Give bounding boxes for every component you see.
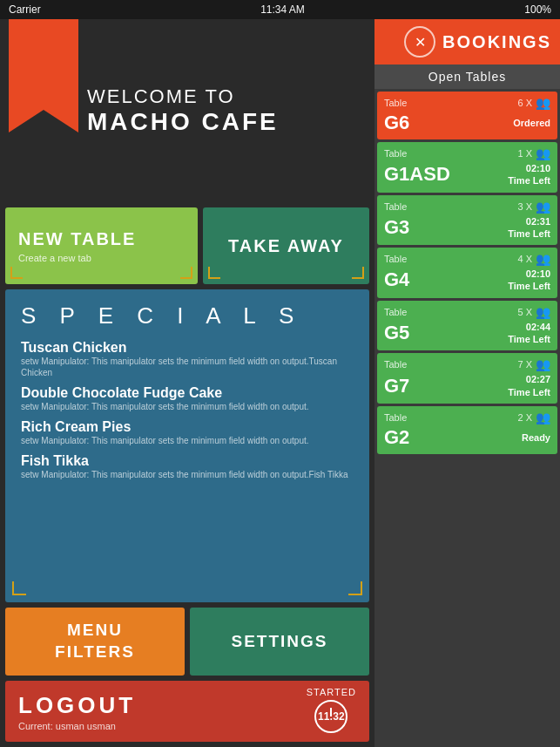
table-info-right: 4 X 👥	[517, 252, 550, 266]
started-label: STARTED	[307, 687, 356, 697]
table-card[interactable]: Table 7 X 👥 G7 02:27Time Left	[377, 353, 557, 404]
special-item-desc: setw Manipulator: This manipulator sets …	[21, 469, 354, 480]
bookmark-shape	[9, 19, 78, 132]
table-card[interactable]: Table 1 X 👥 G1ASD 02:10Time Left	[377, 142, 557, 193]
specials-title: S P E C I A L S	[21, 302, 354, 329]
people-icon: 👥	[536, 305, 550, 319]
special-item-name: Tuscan Chicken	[21, 340, 354, 356]
menu-filters-label: MENUFILTERS	[55, 620, 135, 662]
carrier-label: Carrier	[9, 3, 41, 16]
table-status: Ready	[522, 431, 550, 444]
table-card-bottom: G7 02:27Time Left	[384, 373, 550, 398]
header-area: WELCOME TO MACHO CAFE	[0, 19, 374, 202]
table-label: Table	[384, 307, 407, 317]
table-card-bottom: G1ASD 02:10Time Left	[384, 162, 550, 187]
table-name: G1ASD	[384, 163, 450, 186]
new-table-button[interactable]: NEW TABLE Create a new tab	[5, 207, 198, 284]
table-count: 2 X	[517, 412, 532, 423]
special-item: Rich Cream Pies setw Manipulator: This m…	[21, 419, 354, 446]
logout-right: STARTED 11:32	[307, 687, 356, 736]
table-name: G6	[384, 112, 409, 134]
table-card-top: Table 4 X 👥	[384, 252, 550, 266]
action-buttons: NEW TABLE Create a new tab TAKE AWAY	[0, 202, 374, 289]
people-icon: 👥	[536, 252, 550, 266]
time-label: 11:34 AM	[260, 3, 305, 16]
table-card[interactable]: Table 3 X 👥 G3 02:31Time Left	[377, 195, 557, 246]
table-label: Table	[384, 254, 407, 264]
left-panel: WELCOME TO MACHO CAFE NEW TABLE Create a…	[0, 19, 374, 747]
fork-knife-icon: ✕	[404, 26, 435, 58]
clock-time: 11:32	[318, 710, 345, 723]
table-card-top: Table 3 X 👥	[384, 200, 550, 214]
clock-icon: 11:32	[314, 700, 347, 733]
specials-list: Tuscan Chicken setw Manipulator: This ma…	[21, 340, 354, 480]
battery-label: 100%	[524, 3, 551, 16]
special-item: Tuscan Chicken setw Manipulator: This ma…	[21, 340, 354, 378]
table-info-right: 6 X 👥	[517, 96, 550, 110]
settings-button[interactable]: SETTINGS	[190, 608, 369, 676]
status-bar: Carrier 11:34 AM 100%	[0, 0, 560, 19]
table-label: Table	[384, 98, 407, 108]
open-tables-label: Open Tables	[374, 65, 560, 89]
people-icon: 👥	[536, 200, 550, 214]
table-name: G7	[384, 375, 409, 397]
table-card-bottom: G4 02:10Time Left	[384, 268, 550, 293]
table-card-top: Table 2 X 👥	[384, 411, 550, 424]
table-status: 02:27Time Left	[508, 373, 550, 398]
bookings-header: ✕ BOOKINGS	[374, 19, 560, 65]
table-status: 02:10Time Left	[508, 162, 550, 187]
table-card-bottom: G5 02:44Time Left	[384, 321, 550, 346]
table-info-right: 2 X 👥	[517, 411, 550, 424]
table-info-right: 1 X 👥	[517, 146, 550, 160]
menu-filters-button[interactable]: MENUFILTERS	[5, 608, 185, 676]
special-item: Fish Tikka setw Manipulator: This manipu…	[21, 453, 354, 480]
logout-bar[interactable]: LOGOUT Current: usman usman STARTED 11:3…	[5, 681, 369, 742]
table-status: 02:31Time Left	[508, 215, 550, 241]
table-name: G5	[384, 322, 409, 344]
logout-left: LOGOUT Current: usman usman	[18, 692, 307, 731]
table-card-top: Table 6 X 👥	[384, 96, 550, 110]
table-info-right: 5 X 👥	[517, 305, 550, 319]
table-label: Table	[384, 201, 407, 212]
take-away-label: TAKE AWAY	[228, 236, 344, 256]
logout-text: LOGOUT	[18, 692, 307, 719]
new-table-sub-label: Create a new tab	[18, 253, 91, 263]
special-item-name: Fish Tikka	[21, 453, 354, 469]
table-card[interactable]: Table 2 X 👥 G2 Ready	[377, 406, 557, 454]
cafe-name: MACHO CAFE	[87, 108, 366, 136]
table-status: 02:10Time Left	[508, 268, 550, 293]
new-table-label: NEW TABLE	[18, 228, 136, 249]
bottom-buttons: MENUFILTERS SETTINGS	[0, 602, 374, 681]
people-icon: 👥	[536, 411, 550, 424]
table-name: G3	[384, 216, 409, 239]
special-item-name: Double Chocolate Fudge Cake	[21, 385, 354, 401]
settings-label: SETTINGS	[231, 632, 327, 651]
table-count: 6 X	[517, 98, 532, 108]
logout-user: Current: usman usman	[18, 721, 307, 731]
table-name: G4	[384, 268, 409, 291]
table-card-bottom: G3 02:31Time Left	[384, 215, 550, 241]
table-label: Table	[384, 412, 407, 423]
special-item: Double Chocolate Fudge Cake setw Manipul…	[21, 385, 354, 412]
people-icon: 👥	[536, 357, 550, 371]
table-count: 1 X	[517, 148, 532, 159]
right-panel: ✕ BOOKINGS Open Tables Table 6 X 👥 G6 Or…	[374, 19, 560, 747]
table-card-bottom: G2 Ready	[384, 426, 550, 449]
welcome-line: WELCOME TO	[87, 85, 366, 108]
people-icon: 👥	[536, 146, 550, 160]
welcome-text: WELCOME TO MACHO CAFE	[87, 19, 374, 202]
table-card-bottom: G6 Ordered	[384, 112, 550, 134]
table-card[interactable]: Table 4 X 👥 G4 02:10Time Left	[377, 248, 557, 298]
table-info-right: 3 X 👥	[517, 200, 550, 214]
special-item-desc: setw Manipulator: This manipulator sets …	[21, 401, 354, 412]
special-item-name: Rich Cream Pies	[21, 419, 354, 435]
table-count: 7 X	[517, 359, 532, 370]
take-away-button[interactable]: TAKE AWAY	[203, 207, 369, 284]
table-card[interactable]: Table 6 X 👥 G6 Ordered	[377, 92, 557, 139]
table-card[interactable]: Table 5 X 👥 G5 02:44Time Left	[377, 301, 557, 351]
table-status: 02:44Time Left	[508, 321, 550, 346]
tables-list: Table 6 X 👥 G6 Ordered Table 1 X 👥 G1ASD…	[374, 89, 560, 747]
specials-section: S P E C I A L S Tuscan Chicken setw Mani…	[5, 289, 369, 602]
table-label: Table	[384, 359, 407, 370]
table-count: 4 X	[517, 254, 532, 264]
